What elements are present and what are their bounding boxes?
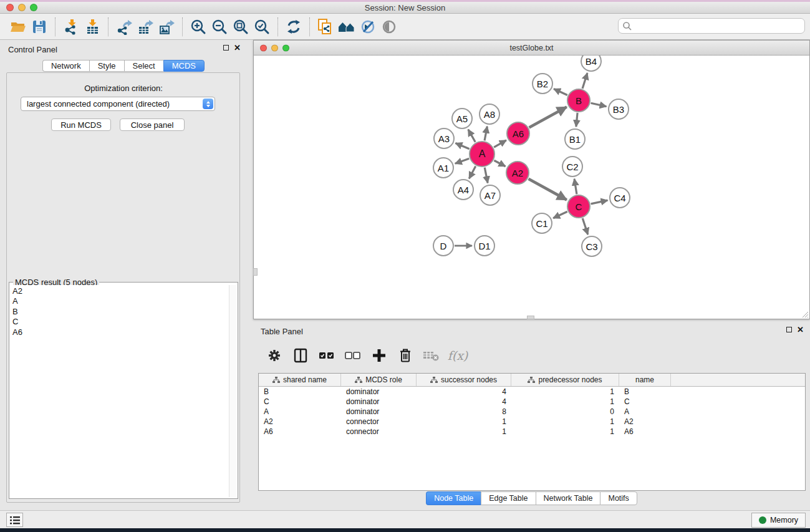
duplicate-network-button[interactable] xyxy=(315,16,336,37)
table-cell: A xyxy=(259,407,341,417)
zoom-out-button[interactable] xyxy=(209,16,230,37)
mcds-result-item: A6 xyxy=(12,327,227,337)
table-panel: Table Panel ✕ f(x) shared nameMCDS ro xyxy=(253,323,810,510)
graph-node-A8[interactable]: A8 xyxy=(479,104,500,125)
table-row[interactable]: Adominator80A xyxy=(259,407,805,417)
add-row-button[interactable] xyxy=(368,344,390,367)
minimize-window-button[interactable] xyxy=(18,4,26,11)
graph-node-B1[interactable]: B1 xyxy=(564,128,586,150)
column-view-button[interactable] xyxy=(289,344,312,367)
table-row[interactable]: Bdominator41B xyxy=(259,387,805,397)
settings-gear-button[interactable] xyxy=(263,344,286,367)
hide-details-button[interactable] xyxy=(357,16,378,37)
column-header-name[interactable]: name xyxy=(619,374,671,386)
import-table-button[interactable] xyxy=(82,16,103,37)
tab-network-table[interactable]: Network Table xyxy=(536,491,600,505)
graph-node-A2[interactable]: A2 xyxy=(506,161,529,185)
column-header-shared-name[interactable]: shared name xyxy=(259,374,341,386)
graph-node-B2[interactable]: B2 xyxy=(532,73,553,94)
memory-status-icon xyxy=(759,516,766,524)
graph-node-A7[interactable]: A7 xyxy=(480,185,501,206)
open-session-button[interactable] xyxy=(7,16,29,37)
import-network-button[interactable] xyxy=(60,16,82,37)
table-cell: 1 xyxy=(511,417,619,427)
graph-node-C[interactable]: C xyxy=(567,195,591,218)
toolbar-separator xyxy=(277,17,278,36)
panel-list-button[interactable] xyxy=(6,513,23,527)
edge-B-B3 xyxy=(591,103,607,106)
export-table-button[interactable] xyxy=(135,16,156,37)
network-window-titlebar[interactable]: testGlobe.txt xyxy=(254,41,809,56)
graph-node-A3[interactable]: A3 xyxy=(433,128,455,149)
home-layout-button[interactable] xyxy=(336,16,357,37)
delete-column-button[interactable] xyxy=(420,344,443,367)
export-image-button[interactable] xyxy=(156,16,177,37)
graph-node-A1[interactable]: A1 xyxy=(433,157,454,178)
tab-network[interactable]: Network xyxy=(42,60,89,72)
close-panel-button[interactable]: Close panel xyxy=(120,118,185,131)
save-session-button[interactable] xyxy=(29,16,50,37)
column-header-successor-nodes[interactable]: successor nodes xyxy=(417,374,511,386)
network-close-button[interactable] xyxy=(260,44,267,51)
network-canvas[interactable]: AA1A2A3A4A5A6A7A8BB1B2B3B4CC1C2C3C4DD1 xyxy=(254,56,809,319)
network-scroll-mark xyxy=(253,268,258,276)
table-row[interactable]: Cdominator41C xyxy=(259,397,805,407)
graph-node-D1[interactable]: D1 xyxy=(474,235,495,256)
graph-node-B[interactable]: B xyxy=(567,89,591,112)
function-icon: f(x) xyxy=(448,349,468,362)
close-window-button[interactable] xyxy=(6,4,14,11)
column-header-MCDS-role[interactable]: MCDS role xyxy=(341,374,417,386)
graph-node-C4[interactable]: C4 xyxy=(609,187,630,208)
list-icon xyxy=(9,515,21,525)
float-panel-icon[interactable] xyxy=(223,45,229,51)
table-row[interactable]: A6connector11A6 xyxy=(259,427,805,437)
graph-node-D[interactable]: D xyxy=(433,235,454,256)
tab-mcds[interactable]: MCDS xyxy=(163,60,205,72)
tab-node-table[interactable]: Node Table xyxy=(426,491,481,505)
tab-motifs[interactable]: Motifs xyxy=(600,491,637,505)
delete-row-button[interactable] xyxy=(394,344,417,367)
criterion-dropdown[interactable]: largest connected component (directed) xyxy=(21,97,215,111)
zoom-window-button[interactable] xyxy=(30,4,37,11)
memory-button[interactable]: Memory xyxy=(751,513,806,528)
deselect-all-button[interactable] xyxy=(342,344,364,367)
tab-select[interactable]: Select xyxy=(124,60,163,72)
column-header-predecessor-nodes[interactable]: predecessor nodes xyxy=(511,374,619,386)
run-mcds-button[interactable]: Run MCDS xyxy=(51,118,111,131)
zoom-selected-button[interactable] xyxy=(251,16,272,37)
zoom-fit-button[interactable] xyxy=(230,16,251,37)
control-panel-tabs: NetworkStyleSelectMCDS xyxy=(0,60,247,72)
graph-node-C3[interactable]: C3 xyxy=(581,236,602,257)
graph-node-B3[interactable]: B3 xyxy=(608,99,629,120)
graph-node-C2[interactable]: C2 xyxy=(562,156,583,177)
tab-edge-table[interactable]: Edge Table xyxy=(481,491,535,505)
delete-column-icon xyxy=(422,347,441,364)
birds-eye-button[interactable] xyxy=(378,16,400,37)
graph-node-A6[interactable]: A6 xyxy=(506,122,530,145)
table-cell: B xyxy=(619,387,671,397)
float-panel-icon[interactable] xyxy=(786,327,792,332)
graph-node-A4[interactable]: A4 xyxy=(453,179,474,200)
close-panel-icon[interactable]: ✕ xyxy=(234,44,241,51)
apply-function-button[interactable]: f(x) xyxy=(446,344,469,367)
zoom-in-button[interactable] xyxy=(188,16,209,37)
export-network-button[interactable] xyxy=(113,16,135,37)
table-cell: dominator xyxy=(341,397,417,407)
network-minimize-button[interactable] xyxy=(271,44,278,51)
edge-A2-C xyxy=(529,179,567,200)
close-panel-icon[interactable]: ✕ xyxy=(797,326,804,333)
select-all-button[interactable] xyxy=(316,344,338,367)
table-row[interactable]: A2connector11A2 xyxy=(259,417,805,427)
search-input[interactable] xyxy=(618,18,805,34)
network-zoom-button[interactable] xyxy=(282,44,289,51)
resize-grip-icon[interactable] xyxy=(801,310,809,318)
table-cell: A6 xyxy=(619,427,671,437)
refresh-button[interactable] xyxy=(283,16,304,37)
tab-style[interactable]: Style xyxy=(89,60,124,72)
graph-node-A5[interactable]: A5 xyxy=(451,108,473,129)
graph-node-A[interactable]: A xyxy=(469,141,495,167)
table-cell: 4 xyxy=(417,387,511,397)
graph-node-C1[interactable]: C1 xyxy=(531,213,552,234)
table-cell: 1 xyxy=(511,397,619,407)
mcds-result-scrollbar[interactable] xyxy=(229,285,237,497)
